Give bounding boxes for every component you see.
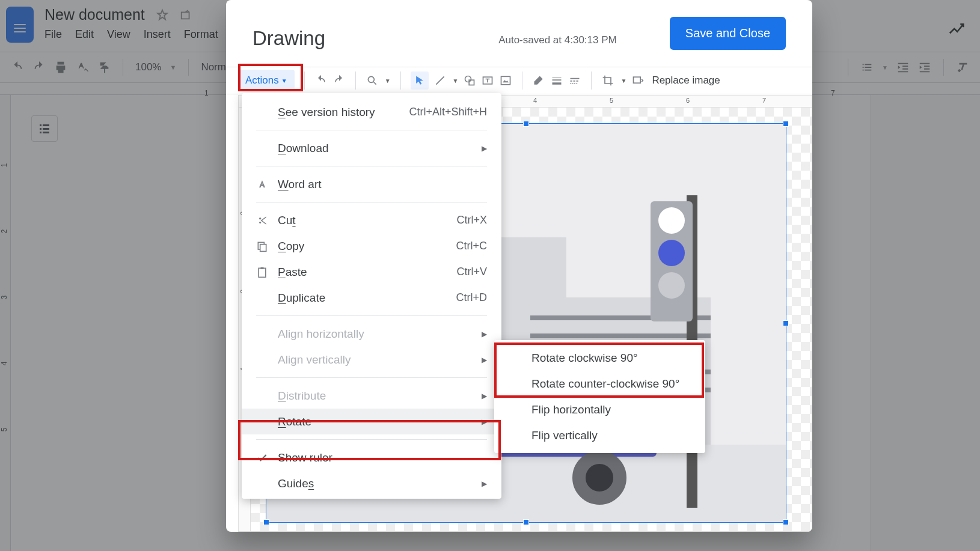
svg-rect-8 bbox=[259, 268, 266, 277]
actions-dropdown-menu: See version history Ctrl+Alt+Shift+H Dow… bbox=[242, 93, 501, 499]
svg-rect-5 bbox=[634, 77, 641, 83]
submenu-rotate-ccw[interactable]: Rotate counter-clockwise 90° bbox=[494, 371, 705, 397]
border-color-icon[interactable] bbox=[532, 74, 545, 87]
check-icon bbox=[256, 452, 278, 464]
rotate-submenu: Rotate clockwise 90° Rotate counter-cloc… bbox=[494, 340, 705, 453]
modal-title: Drawing bbox=[253, 27, 325, 50]
svg-rect-2 bbox=[470, 80, 474, 85]
svg-point-0 bbox=[368, 76, 374, 82]
resize-handle[interactable] bbox=[783, 121, 789, 127]
menu-item-paste[interactable]: Paste Ctrl+V bbox=[242, 259, 501, 285]
undo-icon[interactable] bbox=[314, 74, 328, 87]
svg-rect-7 bbox=[260, 244, 266, 251]
submenu-rotate-cw[interactable]: Rotate clockwise 90° bbox=[494, 345, 705, 371]
select-tool-icon[interactable] bbox=[411, 72, 429, 90]
menu-item-guides[interactable]: Guides ▶ bbox=[242, 470, 501, 496]
replace-image-icon[interactable] bbox=[631, 74, 645, 87]
shape-tool-icon[interactable] bbox=[463, 74, 476, 87]
menu-item-version-history[interactable]: See version history Ctrl+Alt+Shift+H bbox=[242, 99, 501, 125]
crop-icon[interactable] bbox=[601, 74, 614, 87]
save-and-close-button[interactable]: Save and Close bbox=[670, 17, 786, 50]
menu-item-distribute: Distribute ▶ bbox=[242, 383, 501, 409]
menu-item-align-vertically: Align vertically ▶ bbox=[242, 347, 501, 373]
resize-handle[interactable] bbox=[523, 519, 529, 525]
textbox-tool-icon[interactable] bbox=[481, 74, 494, 87]
menu-item-rotate[interactable]: Rotate ▶ bbox=[242, 409, 501, 434]
resize-handle[interactable] bbox=[783, 519, 789, 525]
autosave-status: Auto-saved at 4:30:13 PM bbox=[498, 34, 617, 46]
menu-item-align-horizontally: Align horizontally ▶ bbox=[242, 321, 501, 347]
wordart-icon bbox=[256, 178, 278, 190]
svg-rect-4 bbox=[501, 76, 510, 84]
redo-icon[interactable] bbox=[332, 74, 346, 87]
border-dash-icon[interactable] bbox=[568, 74, 581, 87]
submenu-flip-v[interactable]: Flip vertically bbox=[494, 422, 705, 448]
submenu-flip-h[interactable]: Flip horizontally bbox=[494, 397, 705, 422]
cut-icon bbox=[256, 215, 278, 227]
resize-handle[interactable] bbox=[523, 121, 529, 127]
copy-icon bbox=[256, 240, 278, 252]
border-weight-icon[interactable] bbox=[550, 74, 563, 87]
menu-item-show-ruler[interactable]: Show ruler bbox=[242, 445, 501, 470]
paste-icon bbox=[256, 266, 278, 278]
svg-rect-9 bbox=[261, 267, 264, 269]
actions-menu-button[interactable]: Actions▼ bbox=[238, 70, 295, 91]
image-tool-icon[interactable] bbox=[499, 74, 512, 87]
resize-handle[interactable] bbox=[783, 320, 789, 326]
menu-item-cut[interactable]: Cut Ctrl+X bbox=[242, 207, 501, 233]
menu-item-copy[interactable]: Copy Ctrl+C bbox=[242, 233, 501, 259]
menu-item-word-art[interactable]: Word art bbox=[242, 171, 501, 197]
svg-point-1 bbox=[465, 76, 471, 82]
line-tool-icon[interactable] bbox=[433, 74, 447, 87]
menu-item-download[interactable]: Download ▶ bbox=[242, 135, 501, 161]
drawing-toolbar: Actions▼ ▼ ▼ ▼ Replace image bbox=[226, 67, 812, 94]
replace-image-label[interactable]: Replace image bbox=[652, 75, 720, 87]
menu-item-duplicate[interactable]: Duplicate Ctrl+D bbox=[242, 285, 501, 311]
resize-handle[interactable] bbox=[263, 519, 269, 525]
zoom-icon[interactable] bbox=[366, 74, 379, 87]
